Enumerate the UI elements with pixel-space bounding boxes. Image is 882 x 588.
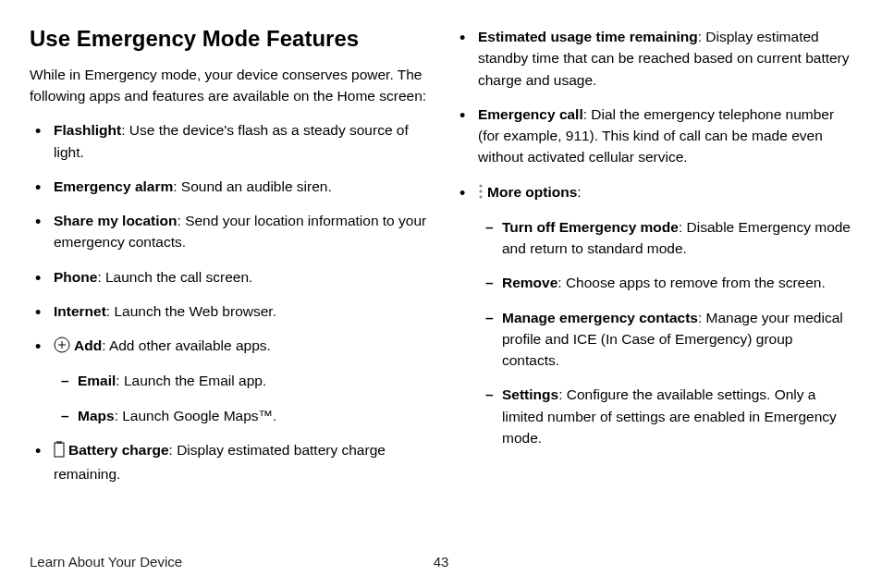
desc: : Launch the Web browser. xyxy=(106,303,276,319)
item-flashlight: Flashlight: Use the device's flash as a … xyxy=(35,119,428,163)
label: Add xyxy=(74,337,102,353)
label: Maps xyxy=(78,408,115,423)
item-internet: Internet: Launch the Web browser. xyxy=(35,300,428,322)
more-sublist: Turn off Emergency mode: Disable Emergen… xyxy=(478,216,852,448)
item-call: Emergency call: Dial the emergency telep… xyxy=(459,104,852,168)
label: Remove xyxy=(502,275,557,290)
more-options-icon xyxy=(478,183,484,205)
item-estimated: Estimated usage time remaining: Display … xyxy=(459,26,852,91)
svg-rect-4 xyxy=(55,443,64,457)
label: Internet xyxy=(54,303,106,319)
desc: : Launch the call screen. xyxy=(97,269,252,285)
label: Email xyxy=(78,373,116,388)
label: Emergency call xyxy=(478,106,583,122)
add-sublist: Email: Launch the Email app. Maps: Launc… xyxy=(54,370,428,426)
svg-point-6 xyxy=(479,190,482,192)
page-title: Use Emergency Mode Features xyxy=(30,26,428,53)
item-manage: Manage emergency contacts: Manage your m… xyxy=(485,307,852,372)
item-maps: Maps: Launch Google Maps™. xyxy=(61,405,428,426)
svg-point-5 xyxy=(479,184,482,187)
item-remove: Remove: Choose apps to remove from the s… xyxy=(485,272,852,293)
item-share: Share my location: Send your location in… xyxy=(35,210,428,253)
label: Share my location xyxy=(54,213,178,228)
feature-list-right: Estimated usage time remaining: Display … xyxy=(454,26,852,448)
label: Manage emergency contacts xyxy=(502,310,698,325)
label: Battery charge xyxy=(68,442,169,458)
item-alarm: Emergency alarm: Sound an audible siren. xyxy=(35,176,428,197)
item-settings: Settings: Configure the available settin… xyxy=(485,384,852,448)
item-turnoff: Turn off Emergency mode: Disable Emergen… xyxy=(485,216,852,260)
desc: : Launch the Email app. xyxy=(116,373,266,388)
item-battery: Battery charge: Display estimated batter… xyxy=(35,439,428,485)
item-more: More options: Turn off Emergency mode: D… xyxy=(459,181,852,449)
label: More options xyxy=(487,184,577,200)
svg-point-7 xyxy=(479,195,482,198)
page-number: 43 xyxy=(182,554,700,570)
feature-list-left: Flashlight: Use the device's flash as a … xyxy=(30,119,428,484)
desc: : Sound an audible siren. xyxy=(173,178,331,194)
item-phone: Phone: Launch the call screen. xyxy=(35,266,428,288)
item-add: Add: Add other available apps. Email: La… xyxy=(35,335,428,426)
item-email: Email: Launch the Email app. xyxy=(61,370,428,391)
label: Turn off Emergency mode xyxy=(502,219,679,235)
left-column: Use Emergency Mode Features While in Eme… xyxy=(30,26,428,543)
label: Flashlight xyxy=(54,122,121,138)
label: Estimated usage time remaining xyxy=(478,29,698,44)
right-column: Estimated usage time remaining: Display … xyxy=(454,26,852,543)
label: Settings xyxy=(502,386,558,402)
page-footer: Learn About Your Device 43 Learn About Y… xyxy=(30,543,852,570)
desc: : Choose apps to remove from the screen. xyxy=(557,275,825,290)
label: Emergency alarm xyxy=(54,178,173,194)
label: Phone xyxy=(54,269,97,285)
plus-circle-icon xyxy=(54,337,70,359)
desc: : Add other available apps. xyxy=(102,337,271,353)
intro-text: While in Emergency mode, your device con… xyxy=(30,64,428,107)
desc: : Launch Google Maps™. xyxy=(115,408,277,423)
battery-icon xyxy=(54,441,65,463)
desc: : xyxy=(577,184,581,200)
breadcrumb: Learn About Your Device xyxy=(30,554,182,570)
